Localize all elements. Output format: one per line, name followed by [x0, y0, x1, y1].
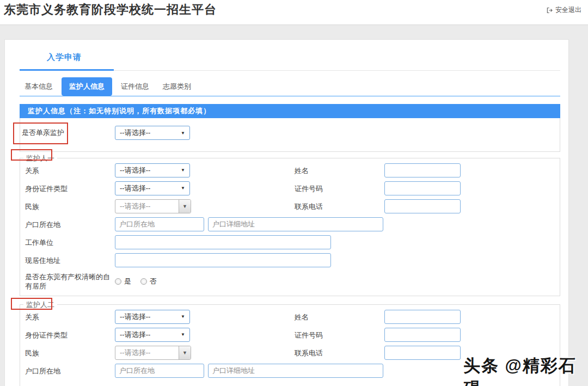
guardian2-idtype-select[interactable]: --请选择--▼: [115, 328, 190, 342]
relation-label: 关系: [25, 166, 117, 175]
name-label: 姓名: [295, 312, 376, 321]
employer-label: 工作单位: [25, 237, 117, 247]
guardian1-employer-input[interactable]: [115, 235, 331, 249]
main-card: 入学申请 基本信息 监护人信息 证件信息 志愿类别 监护人信息（注：如无特别说明…: [4, 39, 569, 386]
guardian1-address-row: 现居住地址: [20, 251, 560, 269]
logout-link[interactable]: 安全退出: [546, 5, 581, 15]
combo-dropdown-button[interactable]: ▼: [179, 346, 191, 359]
caret-down-icon: ▼: [181, 314, 185, 319]
guardian2-relation-select[interactable]: --请选择--▼: [115, 310, 190, 324]
guardian1-idtype-row: 身份证件类型 --请选择--▼ 证件号码: [20, 179, 560, 197]
caret-down-icon: ▼: [181, 131, 185, 136]
property-no-label: 否: [150, 277, 157, 286]
ethnicity-label: 民族: [25, 201, 117, 211]
guardian1-idtype-select[interactable]: --请选择--▼: [115, 181, 190, 195]
id-number-label: 证件号码: [295, 330, 376, 339]
logout-icon: [546, 7, 553, 14]
guardian1-name-input[interactable]: [384, 163, 461, 177]
guardian1-hukou-row: 户口所在地: [20, 215, 560, 233]
guardian1-ethnicity-row: 民族 --请选择-- ▼ 联系电话: [20, 197, 560, 215]
page-title: 入学申请: [47, 52, 82, 63]
watermark: 头条 @精彩石碣: [463, 354, 588, 386]
single-guardian-label: 是否单亲监护: [22, 128, 64, 138]
top-header: 东莞市义务教育阶段学校统一招生平台 安全退出: [0, 0, 588, 25]
property-yes-label: 是: [124, 277, 131, 286]
app-title: 东莞市义务教育阶段学校统一招生平台: [4, 2, 217, 18]
tab-bar: 基本信息 监护人信息 证件信息 志愿类别: [20, 77, 560, 96]
name-label: 姓名: [295, 166, 376, 175]
address-label: 现居住地址: [25, 255, 117, 265]
guardian2-hukou-detail-input[interactable]: [208, 364, 383, 378]
tab-certificate-info[interactable]: 证件信息: [116, 77, 154, 96]
title-active-underline: [20, 69, 114, 71]
property-label: 是否在东莞有产权清晰的自有居所: [25, 272, 117, 291]
guardian1-hukou-detail-input[interactable]: [208, 217, 383, 231]
single-guardian-box: 是否单亲监护 --请选择-- ▼: [20, 118, 560, 152]
id-number-label: 证件号码: [295, 183, 376, 193]
guardian1-phone-input[interactable]: [384, 199, 461, 213]
phone-label: 联系电话: [295, 348, 376, 357]
guardian1-relation-select[interactable]: --请选择--▼: [115, 163, 190, 177]
section-banner: 监护人信息（注：如无特别说明，所有数据项都必填）: [20, 104, 560, 118]
caret-down-icon: ▼: [181, 168, 185, 173]
hukou-label: 户口所在地: [25, 366, 117, 375]
property-yes-radio[interactable]: [115, 278, 121, 285]
guardian1-relation-row: 关系 --请选择--▼ 姓名: [20, 161, 560, 179]
guardian2-name-input[interactable]: [384, 310, 461, 324]
property-no-radio[interactable]: [140, 278, 147, 285]
guardian2-hukou-input[interactable]: [115, 364, 204, 378]
phone-label: 联系电话: [295, 201, 376, 211]
guardian2-idnumber-input[interactable]: [384, 328, 461, 342]
single-guardian-select[interactable]: --请选择-- ▼: [115, 126, 190, 140]
guardian2-phone-input[interactable]: [384, 346, 461, 360]
id-type-label: 身份证件类型: [25, 183, 117, 193]
guardian1-idnumber-input[interactable]: [384, 181, 461, 195]
caret-down-icon: ▼: [181, 332, 185, 337]
tab-guardian-info[interactable]: 监护人信息: [62, 77, 112, 96]
guardian1-section: 监护人一 关系 --请选择--▼ 姓名 身份证件类型 --请选择--▼ 证件号码…: [20, 158, 560, 296]
tab-preference-type[interactable]: 志愿类别: [158, 77, 196, 96]
guardian2-ethnicity-combobox[interactable]: --请选择-- ▼: [115, 346, 191, 360]
logout-label: 安全退出: [555, 5, 581, 15]
hukou-label: 户口所在地: [25, 219, 117, 229]
relation-label: 关系: [25, 312, 117, 321]
combo-dropdown-button[interactable]: ▼: [179, 200, 191, 213]
caret-down-icon: ▼: [181, 186, 185, 191]
tab-basic-info[interactable]: 基本信息: [20, 77, 58, 96]
guardian1-employer-row: 工作单位: [20, 233, 560, 251]
ethnicity-label: 民族: [25, 348, 117, 357]
guardian2-relation-row: 关系 --请选择--▼ 姓名: [20, 308, 560, 326]
id-type-label: 身份证件类型: [25, 330, 117, 339]
guardian1-address-input[interactable]: [115, 253, 331, 267]
guardian2-idtype-row: 身份证件类型 --请选择--▼ 证件号码: [20, 326, 560, 344]
guardian1-property-row: 是否在东莞有产权清晰的自有居所 是 否: [20, 269, 560, 294]
guardian1-ethnicity-combobox[interactable]: --请选择-- ▼: [115, 199, 191, 213]
guardian1-hukou-input[interactable]: [115, 217, 204, 231]
